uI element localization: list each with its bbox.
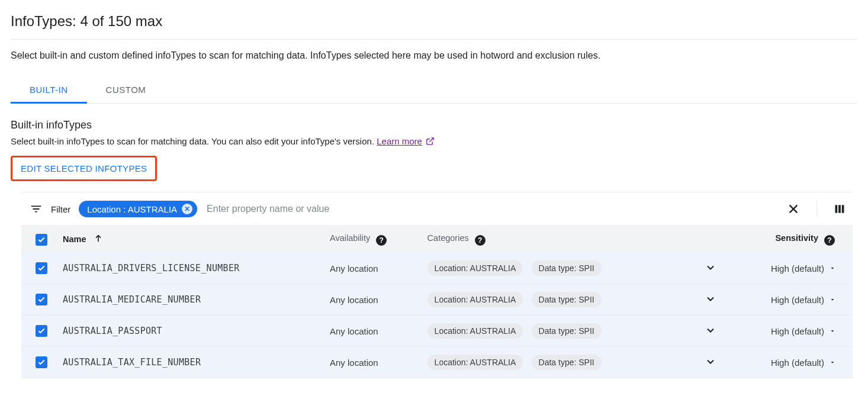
- row-checkbox[interactable]: [36, 356, 47, 368]
- page-title: InfoTypes: 4 of 150 max: [11, 13, 857, 30]
- dropdown-icon: [829, 327, 836, 334]
- sensitivity-dropdown[interactable]: High (default): [734, 358, 847, 368]
- learn-more-link[interactable]: Learn more: [377, 136, 422, 146]
- filter-input[interactable]: [205, 203, 779, 215]
- sensitivity-value: High (default): [771, 326, 824, 336]
- sensitivity-dropdown[interactable]: High (default): [734, 263, 847, 274]
- availability-value: Any location: [324, 316, 422, 347]
- sensitivity-value: High (default): [771, 358, 824, 368]
- availability-value: Any location: [324, 284, 422, 316]
- dropdown-icon: [829, 296, 836, 303]
- table-container: Filter Location : AUSTRALIA ✕: [21, 192, 853, 378]
- external-link-icon: [426, 137, 435, 147]
- filter-chip-location[interactable]: Location : AUSTRALIA ✕: [79, 201, 197, 217]
- filter-icon: [30, 202, 43, 215]
- table-row: AUSTRALIA_PASSPORT Any location Location…: [21, 316, 853, 347]
- table-row: AUSTRALIA_MEDICARE_NUMBER Any location L…: [21, 284, 853, 316]
- column-header-categories[interactable]: Categories ?: [422, 226, 693, 253]
- infotype-name: AUSTRALIA_MEDICARE_NUMBER: [57, 284, 324, 316]
- column-header-sensitivity[interactable]: Sensitivity ?: [728, 226, 853, 253]
- category-pill-location: Location: AUSTRALIA: [427, 355, 523, 370]
- column-sensitivity-label: Sensitivity: [775, 233, 818, 243]
- toolbar-separator: [816, 201, 817, 217]
- category-pill-datatype: Data type: SPII: [532, 323, 602, 339]
- infotype-name: AUSTRALIA_PASSPORT: [57, 316, 324, 347]
- svg-rect-5: [842, 205, 844, 213]
- help-icon[interactable]: ?: [475, 235, 486, 246]
- svg-line-0: [429, 138, 433, 142]
- table-row: AUSTRALIA_DRIVERS_LICENSE_NUMBER Any loc…: [21, 253, 853, 284]
- expand-row-icon[interactable]: [693, 284, 728, 316]
- column-header-availability[interactable]: Availability ?: [324, 226, 422, 253]
- category-pill-location: Location: AUSTRALIA: [427, 292, 523, 307]
- filter-bar: Filter Location : AUSTRALIA ✕: [21, 192, 853, 226]
- column-header-expand: [693, 226, 728, 253]
- tab-custom[interactable]: CUSTOM: [87, 78, 165, 103]
- expand-row-icon[interactable]: [693, 253, 728, 284]
- category-pill-datatype: Data type: SPII: [532, 292, 602, 307]
- category-pill-location: Location: AUSTRALIA: [427, 323, 523, 339]
- categories-cell: Location: AUSTRALIA Data type: SPII: [422, 284, 693, 316]
- clear-filter-icon[interactable]: [787, 202, 800, 215]
- categories-cell: Location: AUSTRALIA Data type: SPII: [422, 316, 693, 347]
- column-name-label: Name: [63, 234, 86, 244]
- dropdown-icon: [829, 265, 836, 272]
- expand-row-icon[interactable]: [693, 347, 728, 378]
- sensitivity-dropdown[interactable]: High (default): [734, 326, 847, 336]
- help-icon[interactable]: ?: [824, 235, 835, 246]
- page-description: Select built-in and custom defined infoT…: [11, 50, 857, 61]
- section-subtitle: Select built-in infoTypes to scan for ma…: [11, 136, 857, 147]
- category-pill-location: Location: AUSTRALIA: [427, 260, 523, 276]
- select-all-checkbox[interactable]: [36, 234, 47, 246]
- column-settings-icon[interactable]: [834, 203, 846, 215]
- table-row: AUSTRALIA_TAX_FILE_NUMBER Any location L…: [21, 347, 853, 378]
- help-icon[interactable]: ?: [376, 235, 387, 246]
- column-categories-label: Categories: [427, 233, 469, 243]
- availability-value: Any location: [324, 347, 422, 378]
- row-checkbox[interactable]: [36, 262, 47, 274]
- divider: [11, 39, 857, 40]
- filter-chip-text: Location : AUSTRALIA: [87, 204, 177, 214]
- edit-selected-infotypes-button[interactable]: EDIT SELECTED INFOTYPES: [11, 156, 157, 181]
- infotype-name: AUSTRALIA_DRIVERS_LICENSE_NUMBER: [57, 253, 324, 284]
- category-pill-datatype: Data type: SPII: [532, 260, 602, 276]
- filter-label: Filter: [51, 204, 70, 214]
- sensitivity-value: High (default): [771, 295, 824, 305]
- availability-value: Any location: [324, 253, 422, 284]
- sensitivity-dropdown[interactable]: High (default): [734, 295, 847, 305]
- sensitivity-value: High (default): [771, 263, 824, 274]
- categories-cell: Location: AUSTRALIA Data type: SPII: [422, 347, 693, 378]
- filter-chip-remove-icon[interactable]: ✕: [182, 204, 192, 214]
- row-checkbox[interactable]: [36, 325, 47, 337]
- dropdown-icon: [829, 359, 836, 366]
- svg-rect-3: [835, 205, 838, 213]
- categories-cell: Location: AUSTRALIA Data type: SPII: [422, 253, 693, 284]
- infotype-name: AUSTRALIA_TAX_FILE_NUMBER: [57, 347, 324, 378]
- tab-builtin[interactable]: BUILT-IN: [11, 78, 87, 103]
- sort-ascending-icon: [94, 236, 103, 245]
- expand-row-icon[interactable]: [693, 316, 728, 347]
- category-pill-datatype: Data type: SPII: [532, 355, 602, 370]
- row-checkbox[interactable]: [36, 294, 47, 305]
- column-availability-label: Availability: [330, 233, 370, 243]
- section-title: Built-in infoTypes: [11, 119, 857, 131]
- column-header-name[interactable]: Name: [57, 226, 324, 253]
- infotypes-table: Name Availability ? Categories ?: [21, 226, 853, 378]
- tabs: BUILT-IN CUSTOM: [11, 78, 857, 104]
- section-subtitle-text: Select built-in infoTypes to scan for ma…: [11, 136, 377, 146]
- svg-rect-4: [838, 205, 841, 213]
